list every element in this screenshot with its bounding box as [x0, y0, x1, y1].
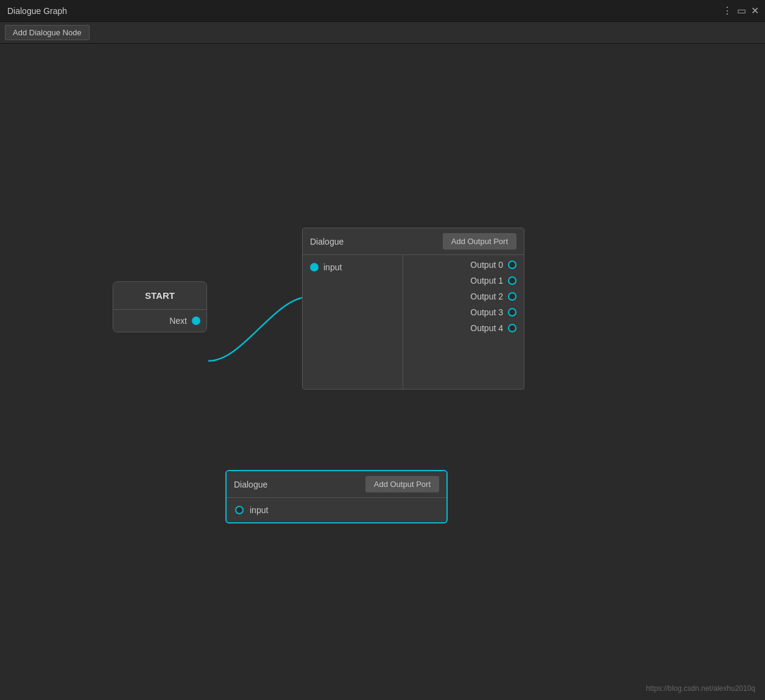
window-title: Dialogue Graph	[7, 6, 67, 16]
output-2-port[interactable]	[508, 292, 516, 301]
dialogue-node-top-right: Output 0 Output 1 Output 2 Output 3 Outp…	[403, 255, 524, 389]
dialogue-node-top-body: input Output 0 Output 1 Output 2 Output …	[303, 255, 524, 389]
toolbar: Add Dialogue Node	[0, 22, 765, 44]
start-node: START Next	[113, 281, 207, 332]
dialogue-node-top: Dialogue Add Output Port input Output 0 …	[302, 228, 524, 390]
maximize-icon[interactable]: ▭	[737, 5, 746, 16]
next-label: Next	[169, 316, 187, 326]
dialogue-node-top-header: Dialogue Add Output Port	[303, 228, 524, 255]
dialogue-node-top-title: Dialogue	[310, 237, 344, 247]
dialogue-node-bottom-body: input	[227, 498, 446, 522]
output-port-row-1: Output 1	[411, 276, 516, 285]
output-1-port[interactable]	[508, 276, 516, 285]
dialogue-node-bottom-header: Dialogue Add Output Port	[227, 471, 446, 498]
bottom-input-port-dot[interactable]	[235, 506, 244, 514]
dialogue-node-bottom-title: Dialogue	[234, 480, 267, 489]
input-port-label: input	[323, 262, 342, 272]
output-3-port[interactable]	[508, 308, 516, 317]
output-0-port[interactable]	[508, 261, 516, 269]
close-icon[interactable]: ✕	[751, 5, 759, 16]
bottom-input-port-label: input	[250, 505, 268, 515]
start-node-header: START	[113, 282, 206, 310]
input-port-row: input	[310, 262, 395, 272]
canvas: START Next Dialogue Add Output Port inpu…	[0, 44, 765, 700]
output-0-label: Output 0	[470, 260, 503, 270]
next-output-port[interactable]	[192, 317, 200, 325]
footer-url: https://blog.csdn.net/alexhu2010q	[646, 684, 755, 693]
dialogue-node-bottom: Dialogue Add Output Port input	[225, 470, 448, 523]
start-node-body: Next	[113, 310, 206, 332]
output-port-row-0: Output 0	[411, 260, 516, 270]
menu-icon[interactable]: ⋮	[722, 5, 732, 16]
output-2-label: Output 2	[470, 292, 503, 301]
input-port-dot[interactable]	[310, 263, 319, 271]
output-4-label: Output 4	[470, 323, 503, 333]
output-port-row-3: Output 3	[411, 307, 516, 317]
output-port-row-2: Output 2	[411, 292, 516, 301]
output-4-port[interactable]	[508, 324, 516, 332]
dialogue-node-top-left: input	[303, 255, 403, 389]
add-output-port-button-bottom[interactable]: Add Output Port	[365, 476, 439, 492]
title-bar: Dialogue Graph ⋮ ▭ ✕	[0, 0, 765, 22]
output-port-row-4: Output 4	[411, 323, 516, 333]
add-dialogue-node-button[interactable]: Add Dialogue Node	[5, 25, 90, 40]
output-3-label: Output 3	[470, 307, 503, 317]
output-1-label: Output 1	[470, 276, 503, 285]
window-controls[interactable]: ⋮ ▭ ✕	[722, 5, 759, 16]
add-output-port-button-top[interactable]: Add Output Port	[443, 233, 516, 250]
